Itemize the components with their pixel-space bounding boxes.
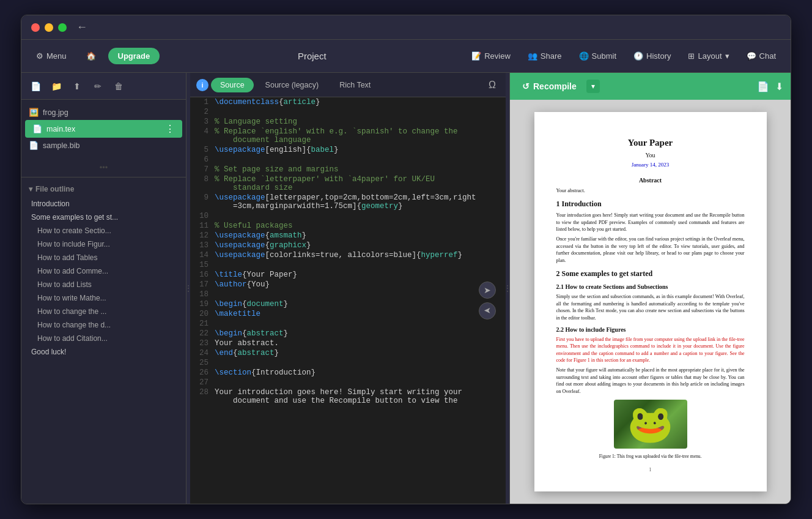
nav-arrows: ➤ ➤ — [479, 282, 496, 319]
code-line-25: 25 — [190, 358, 506, 368]
code-lines: 1 \documentclass{article} 2 3 % Language… — [190, 97, 506, 406]
main-toolbar: ⚙ Menu 🏠 Upgrade Project 📝 Review 👥 Shar… — [21, 40, 791, 73]
outline-item-change2[interactable]: How to change the d... — [21, 318, 186, 332]
chat-button[interactable]: 💬 Chat — [739, 48, 783, 64]
upgrade-button[interactable]: Upgrade — [108, 48, 160, 64]
outline-item-math[interactable]: How to write Mathe... — [21, 291, 186, 305]
recompile-button[interactable]: ↺ Recompile — [517, 79, 581, 94]
menu-button[interactable]: ⚙ Menu — [29, 48, 74, 64]
upload-icon[interactable]: ⬆ — [69, 78, 85, 94]
close-button[interactable] — [31, 23, 40, 32]
outline-item-sections[interactable]: How to create Sectio... — [21, 224, 186, 237]
preview-icons: 📄 ⬇ — [757, 81, 783, 92]
submit-label: Submit — [592, 51, 616, 61]
code-line-20: 20 \maketitle — [190, 309, 506, 319]
pdf-body-22b: Note that your figure will automatically… — [556, 367, 745, 395]
layout-button[interactable]: ⊞ Layout ▾ — [681, 48, 736, 64]
editor-pane: i Source Source (legacy) Rich Text Ω 1 \… — [190, 73, 506, 504]
download-icon[interactable]: ⬇ — [775, 81, 783, 92]
pdf-abstract-text: Your abstract. — [556, 187, 745, 195]
recompile-dropdown-button[interactable]: ▾ — [586, 80, 600, 93]
edit-icon[interactable]: ✏ — [90, 78, 106, 94]
preview-toolbar: ↺ Recompile ▾ 📄 ⬇ — [510, 73, 791, 100]
main-window: ← ⚙ Menu 🏠 Upgrade Project 📝 Review 👥 Sh… — [21, 15, 791, 504]
share-button[interactable]: 👥 Share — [520, 48, 569, 64]
layout-chevron-icon: ▾ — [725, 51, 729, 61]
code-line-12: 12 \usepackage{amsmath} — [190, 231, 506, 241]
chat-icon: 💬 — [747, 51, 756, 61]
outline-item-examples[interactable]: Some examples to get st... — [21, 211, 186, 224]
code-line-3: 3 % Language setting — [190, 117, 506, 127]
code-line-28: 28 Your introduction goes here! Simply s… — [190, 387, 506, 406]
outline-item-change1[interactable]: How to change the ... — [21, 305, 186, 318]
history-button[interactable]: 🕐 History — [626, 48, 678, 64]
code-line-1: 1 \documentclass{article} — [190, 97, 506, 107]
window-controls[interactable] — [31, 23, 67, 32]
outline-header: ▾ File outline — [21, 181, 186, 197]
outline-item-tables[interactable]: How to add Tables — [21, 251, 186, 264]
outline-header-label: File outline — [35, 185, 74, 193]
code-line-19: 19 \begin{document} — [190, 299, 506, 309]
chat-label: Chat — [759, 51, 776, 61]
code-line-17: 17 \author{You} — [190, 280, 506, 289]
file-item-frog[interactable]: 🖼️ frog.jpg — [21, 105, 186, 120]
code-line-5: 5 \usepackage[english]{babel} — [190, 145, 506, 155]
outline-item-introduction[interactable]: Introduction — [21, 197, 186, 211]
delete-icon[interactable]: 🗑 — [111, 78, 127, 94]
sidebar-toolbar: 📄 📁 ⬆ ✏ 🗑 — [21, 73, 186, 100]
outline-item-figures[interactable]: How to include Figur... — [21, 237, 186, 251]
code-line-6: 6 — [190, 155, 506, 165]
code-line-22: 22 \begin{abstract} — [190, 329, 506, 338]
pdf-abstract-title: Abstract — [556, 176, 745, 185]
preview-content[interactable]: Your Paper You January 14, 2023 Abstract… — [510, 100, 791, 504]
page-number: 1 — [556, 466, 745, 473]
file-item-main[interactable]: 📄 main.tex ⋮ — [25, 120, 182, 138]
outline-item-citations[interactable]: How to add Citation... — [21, 332, 186, 345]
pdf-subsection-22: 2.2 How to include Figures — [556, 326, 745, 334]
menu-label: Menu — [46, 51, 67, 61]
omega-icon[interactable]: Ω — [485, 80, 500, 91]
file-item-bib[interactable]: 📄 sample.bib — [21, 138, 186, 153]
review-icon: 📝 — [471, 51, 481, 61]
submit-icon: 🌐 — [579, 51, 589, 61]
pdf-page: Your Paper You January 14, 2023 Abstract… — [534, 112, 767, 491]
pdf-body-intro1: Your introduction goes here! Simply star… — [556, 212, 745, 233]
titlebar: ← — [21, 15, 791, 40]
review-label: Review — [484, 51, 511, 61]
maximize-button[interactable] — [58, 23, 67, 32]
outline-item-comments[interactable]: How to add Comme... — [21, 264, 186, 278]
code-line-26: 26 \section{Introduction} — [190, 368, 506, 378]
tab-source[interactable]: Source — [211, 78, 254, 92]
file-list: 🖼️ frog.jpg 📄 main.tex ⋮ 📄 sample.bib — [21, 100, 186, 158]
pdf-date: January 14, 2023 — [556, 161, 745, 169]
pdf-body-22: First you have to upload the image file … — [556, 336, 745, 364]
nav-next-arrow[interactable]: ➤ — [479, 282, 496, 299]
new-file-icon[interactable]: 📄 — [28, 78, 43, 94]
tab-source-legacy[interactable]: Source (legacy) — [256, 78, 328, 92]
main-content: 📄 📁 ⬆ ✏ 🗑 🖼️ frog.jpg 📄 main.tex ⋮ 📄 — [21, 73, 791, 504]
code-editor[interactable]: 1 \documentclass{article} 2 3 % Language… — [190, 97, 506, 504]
code-line-14: 14 \usepackage[colorlinks=true, allcolor… — [190, 250, 506, 260]
home-icon: 🏠 — [86, 51, 96, 61]
back-button[interactable]: ← — [76, 21, 87, 34]
nav-prev-arrow[interactable]: ➤ — [479, 302, 496, 319]
pdf-body-intro2: Once you're familiar with the editor, yo… — [556, 236, 745, 264]
info-icon: i — [196, 79, 209, 91]
project-title: Project — [164, 51, 459, 61]
file-menu-icon[interactable]: ⋮ — [165, 123, 175, 135]
review-button[interactable]: 📝 Review — [464, 48, 518, 64]
tab-rich-text[interactable]: Rich Text — [330, 78, 380, 92]
new-folder-icon[interactable]: 📁 — [48, 78, 64, 94]
layout-icon: ⊞ — [688, 51, 695, 61]
file-icon[interactable]: 📄 — [757, 81, 769, 92]
sidebar: 📄 📁 ⬆ ✏ 🗑 🖼️ frog.jpg 📄 main.tex ⋮ 📄 — [21, 73, 186, 504]
upgrade-label: Upgrade — [118, 51, 150, 61]
submit-button[interactable]: 🌐 Submit — [572, 48, 624, 64]
recompile-icon: ↺ — [522, 81, 530, 91]
outline-item-lists[interactable]: How to add Lists — [21, 278, 186, 291]
tex-file-icon: 📄 — [32, 124, 42, 133]
minimize-button[interactable] — [45, 23, 53, 32]
home-button[interactable]: 🏠 — [79, 48, 103, 64]
outline-item-goodluck[interactable]: Good luck! — [21, 345, 186, 359]
code-line-8: 8 % Replace `letterpaper' with `a4paper'… — [190, 174, 506, 193]
